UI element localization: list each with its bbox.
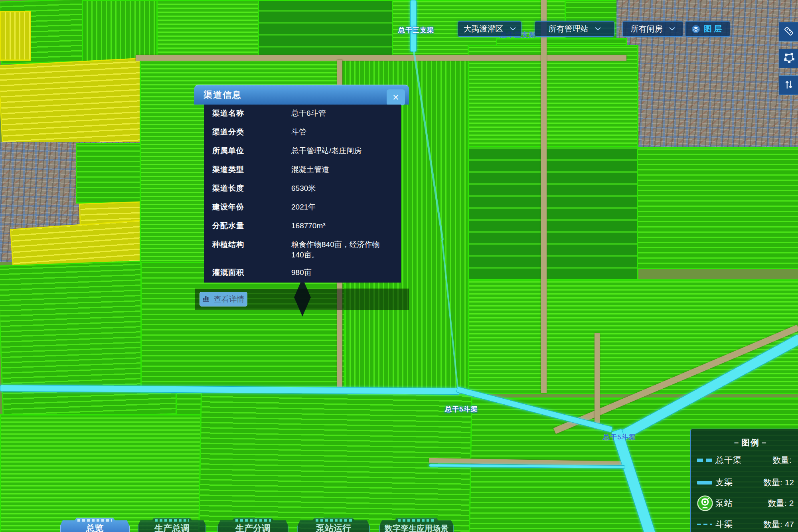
- close-icon[interactable]: ×: [387, 89, 405, 105]
- vertical-arrows-icon: [783, 79, 794, 92]
- popup-row: 渠道类型 混凝土管道: [204, 164, 401, 183]
- field-patch: [468, 279, 798, 394]
- view-details-button[interactable]: 查看详情: [200, 292, 247, 307]
- lateral-canal-thin-dashed-line-icon: [697, 524, 715, 525]
- station-select[interactable]: 所有管理站: [535, 21, 614, 37]
- polygon-area-icon: [783, 52, 794, 65]
- measure-area-button[interactable]: [779, 49, 798, 68]
- branch-canal-solid-line-icon: [697, 481, 715, 485]
- bar-chart-icon: [203, 295, 211, 304]
- station-select-value: 所有管理站: [549, 24, 589, 34]
- road-line: [541, 0, 547, 393]
- channel-info-popup: 渠道名称 总干6斗管 渠道分类 斗管 所属单位 总干管理站/老庄闸房 渠道类型 …: [204, 105, 401, 283]
- district-select-value: 大禹渡灌区: [464, 24, 504, 34]
- field-patch: [0, 414, 219, 532]
- map-canvas[interactable]: 总干三支渠 总干三支渠 总干5斗渠 总干5斗渠 大禹渡灌区 所有管理站 所有闸房…: [0, 0, 798, 532]
- tab-teeth-decoration: [398, 519, 435, 522]
- elevation-tool-button[interactable]: [779, 75, 798, 95]
- field-patch: [0, 11, 31, 61]
- gate-select[interactable]: 所有闸房: [622, 21, 683, 37]
- chevron-down-icon: [595, 27, 601, 31]
- legend-title: －图例－: [732, 437, 769, 448]
- legend-row: 总干渠 数量:: [697, 454, 798, 466]
- pump-station-icon: [697, 495, 715, 511]
- gate-select-value: 所有闸房: [631, 24, 663, 34]
- field-patch: [82, 0, 158, 62]
- main-canal-dashed-line-icon: [697, 459, 715, 462]
- legend-panel: －图例－ 总干渠 数量: 支渠 数量: 12 泵站 数量: 2: [690, 429, 798, 532]
- field-patch: [156, 0, 259, 61]
- field-patch: [468, 146, 638, 280]
- canal-label: 总干5斗渠: [445, 405, 478, 414]
- popup-row: 灌溉面积 980亩: [204, 267, 401, 286]
- popup-row: 渠道长度 6530米: [204, 183, 401, 202]
- popup-row: 分配水量 168770m³: [204, 221, 401, 239]
- tab-teeth-decoration: [235, 519, 271, 522]
- popup-row: 种植结构 粮食作物840亩，经济作物140亩。: [204, 239, 401, 267]
- measure-distance-button[interactable]: [779, 22, 798, 42]
- tab-teeth-decoration: [316, 519, 352, 522]
- tab-teeth-decoration: [155, 519, 189, 522]
- legend-row: 泵站 数量: 2: [697, 497, 798, 509]
- tab-teeth-decoration: [77, 519, 113, 522]
- layers-icon: [691, 25, 700, 34]
- channel-info-popup-header: 渠道信息 ×: [194, 85, 409, 105]
- view-details-label: 查看详情: [214, 294, 244, 305]
- ruler-measure-icon: [783, 26, 794, 38]
- chevron-down-icon: [669, 27, 675, 31]
- road-line: [595, 333, 600, 429]
- legend-row: 斗渠 数量: 47: [697, 518, 798, 530]
- chevron-down-icon: [510, 27, 516, 31]
- popup-row: 渠道分类 斗管: [204, 127, 401, 146]
- field-patch: [258, 0, 393, 59]
- road-line: [136, 55, 626, 61]
- legend-row: 支渠 数量: 12: [697, 477, 798, 488]
- canal-label: 总干三支渠: [398, 26, 434, 35]
- canal-label: 总干5斗渠: [603, 433, 636, 442]
- popup-row: 渠道名称 总干6斗管: [204, 108, 401, 127]
- layers-button-label: 图层: [704, 24, 724, 34]
- district-select[interactable]: 大禹渡灌区: [458, 21, 521, 37]
- popup-row: 所属单位 总干管理站/老庄闸房: [204, 146, 401, 164]
- field-patch: [637, 147, 798, 269]
- layers-button[interactable]: 图层: [685, 21, 730, 37]
- popup-row: 建设年份 2021年: [204, 202, 401, 221]
- popup-title: 渠道信息: [203, 89, 242, 101]
